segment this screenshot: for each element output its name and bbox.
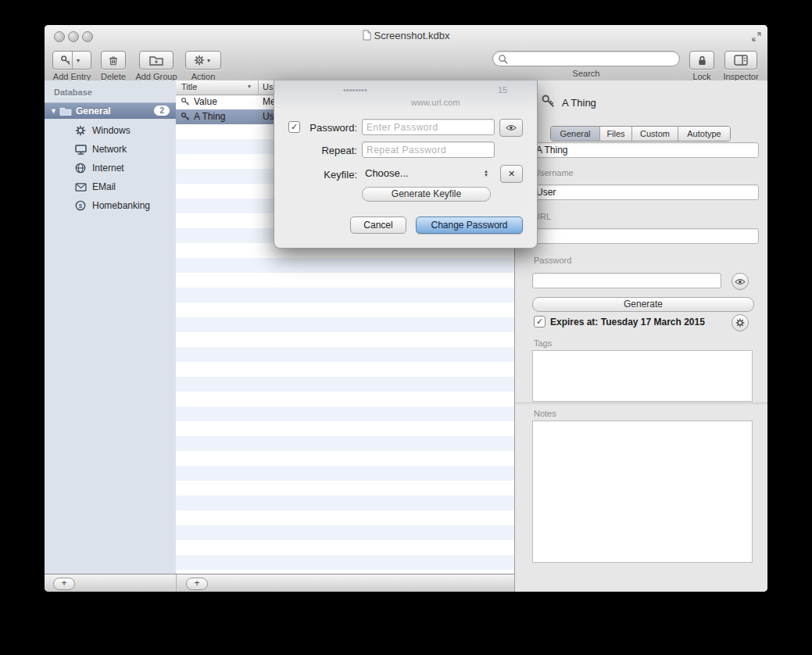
fullscreen-icon[interactable] — [752, 30, 761, 45]
sidebar-item-internet[interactable]: Internet — [45, 159, 176, 177]
dialog-show-password-button[interactable] — [499, 119, 523, 137]
row-title: A Thing — [194, 111, 225, 122]
username-field[interactable] — [532, 184, 759, 200]
change-password-sheet: •••••••• www.url.com 15 ✓ Password: Repe… — [274, 81, 538, 249]
app-window: Screenshot.kdbx ▾ Add Entry Delete — [45, 25, 767, 592]
ghost-modified: 15 — [498, 85, 507, 95]
sidebar-item-label: EMail — [92, 181, 116, 192]
inspector-button[interactable] — [724, 51, 757, 70]
gear-icon — [194, 55, 205, 66]
column-divider[interactable] — [258, 81, 259, 95]
cancel-button[interactable]: Cancel — [350, 217, 406, 234]
change-password-button[interactable]: Change Password — [416, 217, 523, 234]
generate-keyfile-button[interactable]: Generate Keyfile — [362, 187, 491, 202]
show-password-button[interactable] — [732, 273, 749, 290]
inspector-panel: A Thing General Files Custom Autotype Us… — [514, 81, 767, 592]
bottom-bar-divider — [176, 574, 177, 592]
notes-label: Notes — [534, 409, 556, 418]
column-header-title[interactable]: Title — [181, 82, 197, 91]
search-input[interactable] — [492, 51, 680, 66]
window-title: Screenshot.kdbx — [45, 30, 767, 41]
expires-row: ✓ Expires at: Tuesday 17 March 2015 — [534, 316, 705, 328]
inspector-panel-icon — [734, 55, 748, 66]
sort-indicator-icon: ▾ — [248, 83, 251, 90]
dialog-password-input[interactable] — [362, 119, 495, 135]
dialog-password-label: Password: — [304, 122, 357, 134]
key-icon — [181, 97, 191, 109]
bottom-bar: + + — [45, 574, 514, 592]
notes-input[interactable] — [532, 421, 753, 563]
section-divider — [515, 403, 767, 403]
sidebar-item-email[interactable]: EMail — [45, 177, 176, 196]
delete-button[interactable] — [101, 51, 126, 70]
password-field[interactable] — [532, 273, 721, 288]
sidebar-group-general[interactable]: ▼ General 2 — [45, 102, 176, 119]
dialog-keyfile-label: Keyfile: — [304, 169, 357, 181]
sheet-backdrop: •••••••• www.url.com 15 — [274, 81, 537, 110]
tags-label: Tags — [534, 338, 552, 348]
window-chrome: Screenshot.kdbx ▾ Add Entry Delete — [45, 25, 767, 81]
eye-icon — [506, 124, 517, 131]
tags-input[interactable] — [532, 350, 753, 402]
folder-plus-icon — [149, 55, 163, 66]
dialog-repeat-label: Repeat: — [304, 145, 357, 156]
add-group-button[interactable] — [139, 51, 173, 70]
tab-custom[interactable]: Custom — [631, 127, 678, 141]
expires-label: Expires at: Tuesday 17 March 2015 — [550, 317, 705, 328]
toolbar-search: Search — [492, 51, 680, 78]
sidebar-item-windows[interactable]: Windows — [45, 121, 176, 140]
inspector-tabs: General Files Custom Autotype — [550, 126, 731, 141]
search-label: Search — [492, 69, 680, 78]
sidebar-item-network[interactable]: Network — [45, 140, 176, 159]
action-dropdown-arrow[interactable]: ▾ — [205, 52, 213, 69]
disclosure-triangle-icon[interactable]: ▼ — [50, 107, 59, 115]
inspector-entry-title: A Thing — [562, 97, 596, 109]
sidebar-item-label: Windows — [92, 125, 131, 136]
ghost-password-dots: •••••••• — [343, 85, 367, 95]
tab-general[interactable]: General — [551, 127, 599, 141]
add-entry-button[interactable]: ▾ — [52, 51, 91, 70]
sidebar-item-homebanking[interactable]: $ Homebanking — [45, 196, 176, 215]
eye-icon — [735, 278, 746, 285]
add-entry-plus-button[interactable]: + — [186, 578, 208, 590]
title-field[interactable] — [532, 142, 759, 158]
add-entry-dropdown-arrow[interactable]: ▾ — [72, 52, 84, 69]
dialog-repeat-input[interactable] — [362, 141, 495, 158]
popup-stepper-icon: ▲▼ — [484, 170, 488, 177]
toolbar-add-group: Add Group — [132, 51, 181, 81]
monitor-icon — [74, 145, 87, 155]
key-icon — [181, 112, 191, 124]
padlock-icon — [697, 55, 707, 66]
password-enable-checkbox[interactable]: ✓ — [288, 121, 300, 133]
expires-settings-button[interactable] — [732, 314, 749, 331]
sidebar: Database ▼ General 2 Windows Network Int… — [45, 81, 177, 574]
search-icon — [498, 54, 508, 64]
add-group-plus-button[interactable]: + — [53, 578, 75, 590]
keyfile-popup[interactable]: Choose... ▲▼ — [365, 167, 488, 179]
keyfile-popup-value: Choose... — [365, 167, 409, 179]
gear-icon — [735, 318, 745, 328]
dollar-icon: $ — [74, 200, 87, 211]
envelope-icon — [74, 183, 87, 191]
key-icon — [60, 55, 72, 66]
lock-button[interactable] — [689, 51, 714, 70]
toolbar-action: ▾ Action — [185, 51, 221, 81]
action-button[interactable]: ▾ — [185, 51, 221, 70]
tab-files[interactable]: Files — [599, 127, 631, 141]
sidebar-item-label: Homebanking — [92, 200, 150, 211]
trash-icon — [108, 55, 119, 66]
tab-autotype[interactable]: Autotype — [678, 127, 730, 141]
url-field[interactable] — [532, 228, 759, 244]
folder-icon — [59, 106, 72, 116]
toolbar-add-entry: ▾ Add Entry — [51, 51, 93, 81]
gear-icon — [74, 125, 87, 136]
sidebar-item-label: Network — [92, 144, 127, 155]
key-icon — [541, 94, 556, 112]
generate-password-button[interactable]: Generate — [532, 297, 754, 312]
toolbar-delete: Delete — [98, 51, 129, 81]
column-header-username[interactable]: Us — [263, 82, 273, 91]
expires-checkbox[interactable]: ✓ — [534, 316, 546, 328]
toolbar-inspector: Inspector — [720, 51, 762, 81]
sidebar-item-label: Internet — [92, 163, 124, 174]
keyfile-clear-button[interactable]: ✕ — [500, 165, 523, 183]
